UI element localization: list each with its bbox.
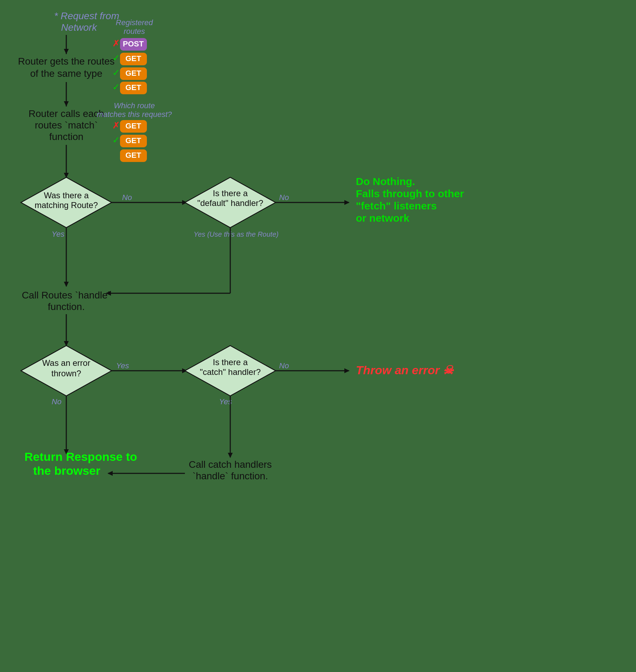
- svg-text:GET: GET: [125, 83, 141, 92]
- svg-text:Throw an error ☠: Throw an error ☠: [356, 363, 454, 377]
- svg-text:function.: function.: [48, 301, 85, 312]
- svg-text:✓: ✓: [112, 135, 120, 145]
- svg-text:Yes: Yes: [116, 361, 129, 370]
- svg-text:routes: routes: [124, 27, 145, 36]
- svg-text:✗: ✗: [112, 38, 120, 49]
- svg-text:Falls through to other: Falls through to other: [356, 188, 464, 199]
- svg-text:GET: GET: [125, 54, 141, 63]
- svg-text:GET: GET: [125, 69, 141, 77]
- svg-text:POST: POST: [123, 39, 144, 48]
- svg-text:the browser: the browser: [33, 464, 100, 477]
- svg-text:✓: ✓: [112, 53, 120, 63]
- svg-text:Which route: Which route: [114, 101, 155, 110]
- svg-text:Router gets the routes: Router gets the routes: [18, 56, 114, 67]
- svg-text:Registered: Registered: [116, 18, 153, 27]
- svg-text:Yes: Yes: [52, 230, 65, 238]
- svg-text:Was an error: Was an error: [42, 358, 90, 368]
- svg-text:matches this request?: matches this request?: [97, 110, 172, 119]
- svg-text:Yes (Use this as the Route): Yes (Use this as the Route): [194, 230, 278, 238]
- svg-text:"catch" handler?: "catch" handler?: [200, 367, 261, 377]
- svg-text:Do Nothing.: Do Nothing.: [356, 176, 415, 187]
- svg-text:Call catch handlers: Call catch handlers: [189, 459, 272, 470]
- flowchart-diagram: * Request from Network Router gets the r…: [0, 0, 636, 672]
- svg-text:No: No: [122, 193, 132, 202]
- svg-text:or network: or network: [356, 212, 410, 224]
- svg-text:matching Route?: matching Route?: [35, 200, 98, 210]
- svg-text:"default" handler?: "default" handler?: [197, 198, 263, 208]
- svg-text:Return Response to: Return Response to: [24, 450, 137, 463]
- svg-text:`handle` function.: `handle` function.: [193, 471, 268, 481]
- svg-text:function: function: [49, 131, 83, 142]
- svg-text:Router calls each: Router calls each: [29, 108, 104, 119]
- svg-text:GET: GET: [125, 136, 141, 145]
- request-network-label: * Request from: [54, 10, 119, 21]
- svg-text:"fetch" listeners: "fetch" listeners: [356, 200, 437, 212]
- svg-text:of the same type: of the same type: [30, 68, 102, 79]
- svg-text:Network: Network: [61, 22, 98, 33]
- svg-text:Was there a: Was there a: [44, 191, 89, 200]
- svg-text:No: No: [279, 361, 289, 370]
- svg-text:Is there a: Is there a: [213, 189, 248, 198]
- svg-text:GET: GET: [125, 151, 141, 160]
- svg-text:Call Routes `handle`: Call Routes `handle`: [22, 290, 111, 301]
- svg-text:Is there a: Is there a: [213, 357, 248, 367]
- svg-rect-0: [0, 0, 636, 672]
- svg-text:✓: ✓: [112, 82, 120, 92]
- svg-text:routes `match`: routes `match`: [35, 120, 98, 131]
- svg-text:No: No: [279, 193, 289, 202]
- svg-text:✓: ✓: [112, 67, 120, 78]
- svg-text:No: No: [52, 397, 61, 406]
- svg-text:thrown?: thrown?: [51, 369, 81, 378]
- svg-text:✗: ✗: [112, 120, 120, 131]
- svg-text:GET: GET: [125, 121, 141, 130]
